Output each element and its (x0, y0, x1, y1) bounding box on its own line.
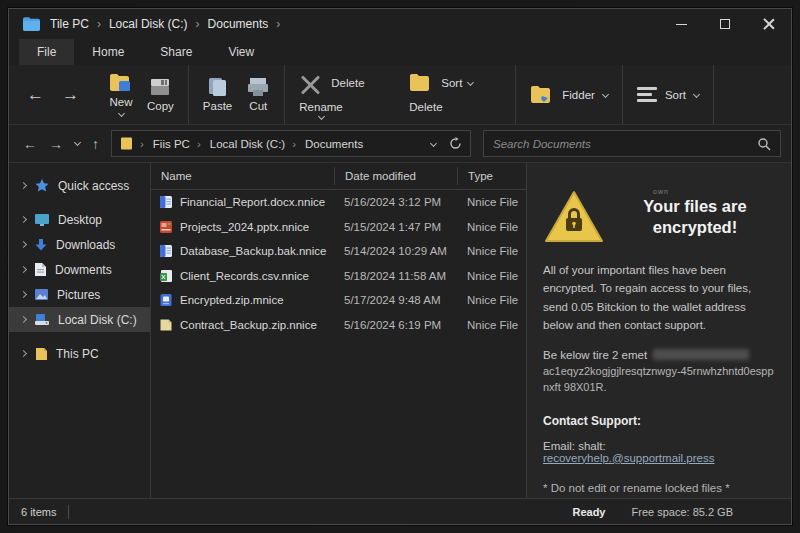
search-input[interactable] (493, 138, 757, 150)
chevron-down-icon (467, 79, 474, 86)
file-date: 5/18/2024 11:58 AM (334, 270, 457, 282)
file-list-header: Name Date modified Type (151, 163, 526, 190)
drive-icon (34, 313, 50, 326)
file-type: Nnice File (457, 319, 526, 331)
ribbon-group-organize: Delete Rename Sort Delete (285, 65, 516, 124)
ready-status: Ready (572, 506, 605, 518)
do-not-edit-note: * Do not edit or rename locked files * (543, 482, 775, 494)
column-header-date-modified[interactable]: Date modified (334, 167, 457, 185)
chevron-right-icon (20, 266, 27, 273)
file-type: Nnice File (457, 196, 526, 208)
new-button[interactable]: New (109, 73, 133, 116)
table-row[interactable]: Contract_Backup.zip.nnice 5/16/2024 6:19… (151, 313, 526, 338)
address-segment[interactable]: Documents (292, 138, 363, 150)
file-name: Client_Records.csv.nnice (180, 270, 309, 282)
downloads-icon (34, 238, 48, 252)
chevron-down-icon (693, 91, 700, 98)
pictures-icon (34, 288, 49, 301)
column-header-type[interactable]: Type (457, 167, 526, 185)
menu-share[interactable]: Share (142, 39, 210, 65)
table-row[interactable]: Encrypted.zip.mnice 5/17/2024 9:48 AM Nn… (151, 288, 526, 313)
back-arrow-icon[interactable]: ← (23, 136, 37, 152)
chevron-right-icon (20, 316, 27, 323)
menu-home[interactable]: Home (74, 39, 142, 65)
chevron-down-icon[interactable] (74, 138, 81, 145)
chevron-down-icon (602, 91, 609, 98)
ribbon-toolbar: ← → New Copy (9, 65, 791, 125)
ransom-title: Your files are encrypted! (615, 196, 775, 239)
sidebar-item-desktop[interactable]: Desktop (9, 207, 150, 232)
delete-button[interactable]: Delete (409, 101, 442, 113)
file-explorer-window: Tile PC Local Disk (C:) Documents File H… (8, 8, 792, 525)
chevron-right-icon (20, 291, 27, 298)
sidebar-item-downloads[interactable]: Downloads (9, 232, 150, 257)
table-row[interactable]: Database_Backup.bak.nnice 5/14/2024 10:2… (151, 239, 526, 264)
ransom-header: own Your files are encrypted! (543, 189, 775, 245)
ppt-file-icon (159, 220, 173, 234)
garbled-text: own (653, 188, 669, 195)
cut-icon (246, 77, 270, 97)
file-date: 5/15/2024 1:47 PM (334, 221, 457, 233)
ransom-body-text: All of your important files have been en… (543, 261, 775, 335)
rename-button[interactable]: Rename (299, 101, 342, 113)
sidebar-item-quick-access[interactable]: Quick access (9, 173, 150, 198)
maximize-icon (720, 19, 730, 29)
main-content: Quick access Desktop Downloads Dowments (9, 163, 791, 498)
forward-arrow-icon[interactable]: → (62, 85, 79, 105)
chevron-right-icon (20, 216, 27, 223)
chevron-right-icon (20, 182, 27, 189)
chevron-down-icon[interactable] (430, 140, 437, 147)
file-type: Nnice File (457, 221, 526, 233)
fidder-dropdown[interactable]: Fidder (530, 85, 608, 105)
title-segment: Documents (208, 17, 289, 31)
folder-icon (530, 85, 554, 105)
address-segment[interactable]: Fiis PC (140, 138, 190, 150)
column-header-name[interactable]: Name (151, 170, 334, 182)
new-folder-icon (109, 73, 133, 93)
file-date: 5/17/2024 9:48 AM (334, 294, 457, 306)
file-name: Database_Backup.bak.nnice (180, 245, 326, 257)
maximize-button[interactable] (703, 9, 747, 39)
search-icon[interactable] (757, 137, 771, 151)
ribbon-group-folder-dropdown: Fidder (516, 65, 623, 124)
sidebar-item-local-disk-c[interactable]: Local Disk (C:) (9, 307, 150, 332)
rename-delete-cluster[interactable]: Delete Rename (299, 71, 395, 119)
menu-view[interactable]: View (210, 39, 272, 65)
cut-button[interactable]: Cut (246, 77, 270, 112)
forward-arrow-icon[interactable]: → (49, 136, 63, 152)
doc-file-icon (159, 244, 173, 258)
sidebar-item-pictures[interactable]: Pictures (9, 282, 150, 307)
file-name: Contract_Backup.zip.nnice (180, 319, 317, 331)
explorer-folder-icon (23, 17, 40, 31)
table-row[interactable]: Client_Records.csv.nnice 5/18/2024 11:58… (151, 264, 526, 289)
status-divider (68, 505, 69, 519)
file-type: Nnice File (457, 245, 526, 257)
paste-button[interactable]: Paste (203, 77, 232, 112)
warning-lock-icon (543, 189, 605, 245)
address-bar[interactable]: Fiis PC Local Disk (C:) Documents (111, 130, 471, 157)
up-arrow-icon[interactable]: ↑ (92, 136, 99, 152)
sidebar-item-this-pc[interactable]: This PC (9, 341, 150, 366)
sort-delete-cluster[interactable]: Sort Delete (409, 71, 501, 119)
title-bar[interactable]: Tile PC Local Disk (C:) Documents (9, 9, 791, 39)
table-row[interactable]: Projects_2024.pptx.nnice 5/15/2024 1:47 … (151, 215, 526, 240)
support-email-link[interactable]: recoveryhelp.@supportmail.press (543, 452, 714, 464)
back-arrow-icon[interactable]: ← (27, 85, 44, 105)
items-count: 6 items (21, 506, 56, 518)
sort-dropdown[interactable]: Sort (637, 87, 699, 102)
address-row: ← → ↑ Fiis PC Local Disk (C:) Documents (9, 125, 791, 163)
file-name: Financial_Report.docx.nnice (180, 196, 325, 208)
email-line: Email: shalt: recoveryhelp.@supportmail.… (543, 440, 775, 464)
address-segment[interactable]: Local Disk (C:) (197, 138, 285, 150)
menu-bar: File Home Share View (9, 39, 791, 65)
refresh-icon[interactable] (449, 137, 462, 150)
table-row[interactable]: Financial_Report.docx.nnice 5/16/2024 3:… (151, 190, 526, 215)
menu-file[interactable]: File (19, 39, 74, 65)
copy-button[interactable]: Copy (147, 77, 174, 112)
ribbon-group-clipboard: Paste Cut (189, 65, 285, 124)
search-box[interactable] (483, 130, 781, 157)
sidebar-item-dowments[interactable]: Dowments (9, 257, 150, 282)
minimize-button[interactable] (659, 9, 703, 39)
close-button[interactable] (747, 9, 791, 39)
close-icon (763, 18, 775, 30)
